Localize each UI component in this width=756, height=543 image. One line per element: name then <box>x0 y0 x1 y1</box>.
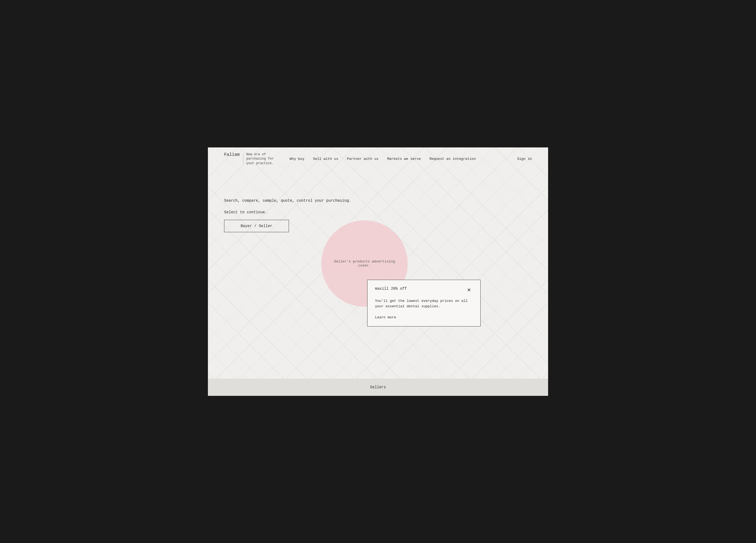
hero-text: Search, compare, sample, quote, control … <box>224 198 532 204</box>
popup-card: maxill 20% off ✕ You'll get the lowest e… <box>367 280 481 327</box>
logo-tagline: New era of purchasing for your practice. <box>247 152 279 166</box>
logo-section: Faliam New era of purchasing for your pr… <box>224 152 279 166</box>
popup-header: maxill 20% off ✕ <box>375 286 473 294</box>
popup-body: You'll get the lowest everyday prices on… <box>375 298 473 310</box>
main-content: Search, compare, sample, quote, control … <box>208 171 548 248</box>
nav-item-why-buy[interactable]: Why buy <box>290 157 305 161</box>
popup-close-button[interactable]: ✕ <box>465 286 473 294</box>
header: Faliam New era of purchasing for your pr… <box>208 147 548 171</box>
nav-item-sell-with-us[interactable]: Sell with us <box>313 157 338 161</box>
logo-name: Faliam <box>224 152 240 157</box>
popup-title: maxill 20% off <box>375 286 407 291</box>
nav-item-partner-with-us[interactable]: Partner with us <box>347 157 379 161</box>
logo-divider <box>243 154 243 164</box>
circle-text: Seller's products advertising cover. <box>321 254 408 273</box>
close-icon: ✕ <box>467 287 471 293</box>
footer: Sellers <box>208 379 548 396</box>
buyer-seller-button[interactable]: Bayer / Seller <box>224 220 289 232</box>
learn-more-link[interactable]: Learn more <box>375 315 396 319</box>
nav-item-markets-we-serve[interactable]: Markets we serve <box>387 157 421 161</box>
select-label: Select to continue. <box>224 210 532 214</box>
nav: Why buy Sell with us Partner with us Mar… <box>290 157 517 161</box>
footer-sellers-label: Sellers <box>370 385 386 389</box>
browser-window: Faliam New era of purchasing for your pr… <box>208 147 548 396</box>
nav-item-request-integration[interactable]: Request an integration <box>430 157 476 161</box>
sign-in-button[interactable]: Sign in <box>517 157 532 161</box>
